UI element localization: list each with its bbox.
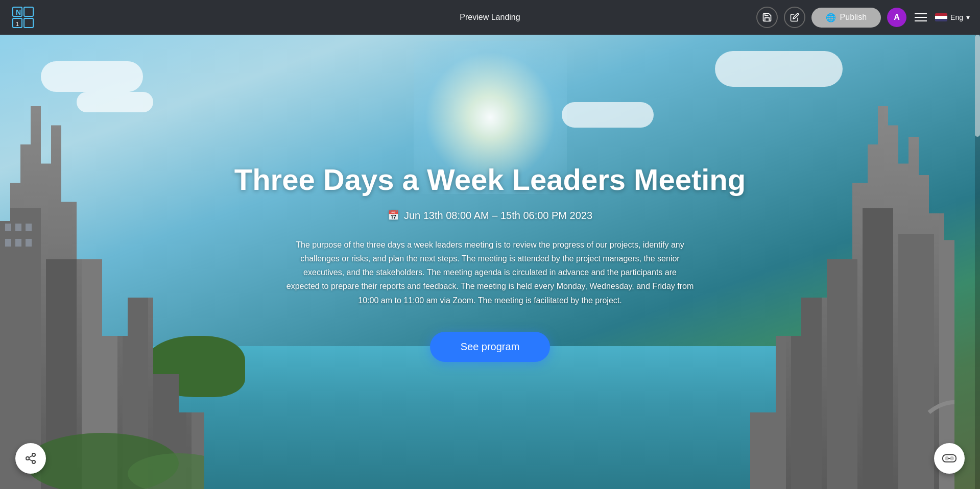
event-title: Three Days a Week Leaders Meeting [234,162,746,198]
globe-icon: 🌐 [826,13,836,22]
topbar-right: 🌐 Publish A Eng ▾ [756,7,970,28]
hamburger-button[interactable] [913,11,929,23]
svg-rect-1 [24,7,33,16]
svg-point-38 [950,457,953,460]
svg-text:1: 1 [16,21,19,27]
hero-section: Three Days a Week Leaders Meeting 📅 Jun … [0,0,980,489]
hero-overlay: Three Days a Week Leaders Meeting 📅 Jun … [0,0,980,489]
edit-button[interactable] [784,7,805,28]
svg-point-33 [32,460,35,463]
svg-point-31 [32,453,35,456]
svg-rect-3 [24,18,33,28]
svg-point-32 [26,457,29,460]
logo-icon: N 1 [10,5,36,30]
hamburger-line [915,17,927,18]
see-program-button[interactable]: See program [430,332,551,362]
scrollbar-thumb[interactable] [975,35,980,137]
calendar-icon: 📅 [388,210,399,221]
flag-icon [935,13,947,21]
svg-line-34 [29,459,33,461]
event-description: The purpose of the three days a week lea… [286,238,695,307]
save-button[interactable] [756,7,778,28]
svg-point-37 [945,457,948,460]
event-date: 📅 Jun 13th 08:00 AM – 15th 06:00 PM 2023 [388,210,592,222]
publish-button[interactable]: 🌐 Publish [811,8,881,28]
scrollbar-track[interactable] [975,35,980,489]
topbar-title: Preview Landing [460,13,520,22]
topbar: N 1 Preview Landing 🌐 Publish A [0,0,980,35]
svg-text:N: N [16,8,21,16]
topbar-left: N 1 [10,5,36,30]
vr-button[interactable] [934,443,965,474]
svg-line-35 [29,456,33,458]
hamburger-line [915,13,927,14]
hamburger-line [915,20,927,21]
chevron-down-icon: ▾ [966,13,970,21]
avatar[interactable]: A [887,8,906,27]
language-selector[interactable]: Eng ▾ [935,13,970,21]
share-button[interactable] [15,443,46,474]
